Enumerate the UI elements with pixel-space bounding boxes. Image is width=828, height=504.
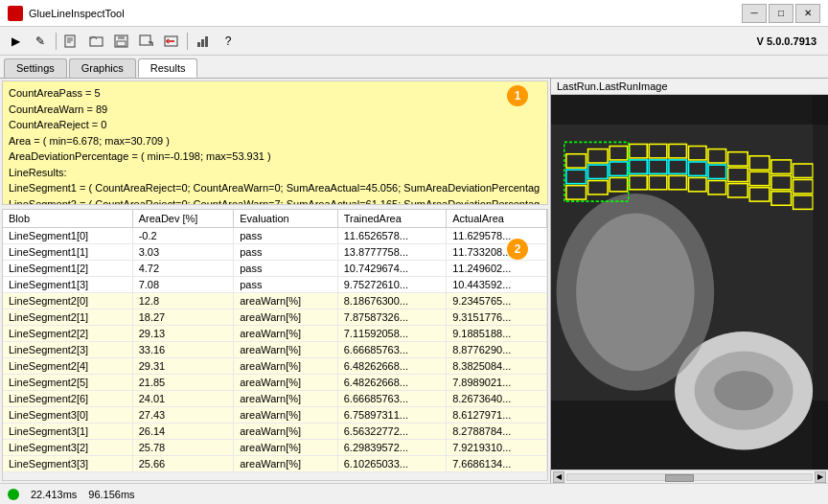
cell-areaDev: 27.43 (132, 407, 234, 424)
help-button[interactable]: ? (217, 31, 240, 52)
cell-blob: LineSegment2[6] (3, 391, 132, 407)
cell-blob: LineSegment3[3] (3, 456, 132, 472)
cell-evaluation: areaWarn[%] (234, 440, 337, 456)
cell-actualArea: 9.1885188... (447, 326, 547, 342)
title-bar: GlueLineInspectTool ─ □ ✕ (0, 0, 828, 27)
cell-evaluation: areaWarn[%] (234, 309, 337, 326)
image-scrollbar[interactable]: ◀ ▶ (551, 470, 828, 483)
cell-actualArea: 11.733208... (447, 244, 547, 261)
col-areaDev: AreaDev [%] (132, 210, 234, 228)
cell-areaDev: 25.66 (132, 456, 234, 472)
cell-trainedArea: 6.66685763... (337, 342, 446, 358)
tab-results[interactable]: Results (138, 58, 198, 78)
table-row[interactable]: LineSegment2[2] 29.13 areaWarn[%] 7.1159… (3, 326, 547, 342)
cell-trainedArea: 7.11592058... (337, 326, 446, 342)
scroll-left-arrow[interactable]: ◀ (553, 471, 564, 483)
app-title: GlueLineInspectTool (29, 8, 125, 19)
svg-point-22 (576, 213, 694, 371)
cell-trainedArea: 6.75897311... (337, 407, 446, 424)
status-bar: 22.413ms 96.156ms (0, 483, 828, 504)
cell-blob: LineSegment3[0] (3, 407, 132, 424)
chart-button[interactable] (192, 31, 215, 52)
svg-rect-60 (813, 95, 828, 470)
window-controls[interactable]: ─ □ ✕ (742, 4, 820, 23)
scroll-right-arrow[interactable]: ▶ (815, 471, 826, 483)
cell-areaDev: 24.01 (132, 391, 234, 407)
table-row[interactable]: LineSegment1[2] 4.72 pass 10.7429674... … (3, 261, 547, 277)
cell-actualArea: 8.2788784... (447, 424, 547, 440)
table-row[interactable]: LineSegment2[6] 24.01 areaWarn[%] 6.6668… (3, 391, 547, 407)
table-row[interactable]: LineSegment2[5] 21.85 areaWarn[%] 6.4826… (3, 375, 547, 391)
play-button[interactable]: ▶ (4, 31, 27, 52)
tab-bar: Settings Graphics Results (0, 56, 828, 79)
cell-evaluation: areaWarn[%] (234, 456, 337, 472)
cell-blob: LineSegment1[1] (3, 244, 132, 261)
cell-actualArea: 7.8989021... (447, 375, 547, 391)
cell-blob: LineSegment2[1] (3, 309, 132, 326)
svg-rect-14 (201, 39, 204, 47)
cell-blob: LineSegment2[4] (3, 358, 132, 375)
col-actualArea: ActualArea (447, 210, 547, 228)
table-row[interactable]: LineSegment1[3] 7.08 pass 9.75272610... … (3, 277, 547, 293)
cell-areaDev: 4.72 (132, 261, 234, 277)
toolbar: ▶ ✎ ? V 5.0.0.7913 (0, 27, 828, 56)
summary-area[interactable]: CountAreaPass = 5 CountAreaWarn = 89 Cou… (2, 80, 548, 205)
cell-areaDev: 18.27 (132, 309, 234, 326)
time1-label: 22.413ms (31, 489, 77, 500)
cell-blob: LineSegment1[0] (3, 228, 132, 244)
cell-actualArea: 7.6686134... (447, 456, 547, 472)
table-row[interactable]: LineSegment3[2] 25.78 areaWarn[%] 6.2983… (3, 440, 547, 456)
table-row[interactable]: LineSegment3[0] 27.43 areaWarn[%] 6.7589… (3, 407, 547, 424)
badge-2: 2 (507, 239, 528, 260)
table-row[interactable]: LineSegment2[3] 33.16 areaWarn[%] 6.6668… (3, 342, 547, 358)
cell-evaluation: areaWarn[%] (234, 407, 337, 424)
cell-areaDev: 3.03 (132, 244, 234, 261)
table-row[interactable]: LineSegment1[0] -0.2 pass 11.6526578... … (3, 228, 547, 244)
cell-evaluation: areaWarn[%] (234, 293, 337, 309)
version-label: V 5.0.0.7913 (757, 35, 824, 47)
close-button[interactable]: ✕ (795, 4, 820, 23)
load-button[interactable] (160, 31, 183, 52)
table-row[interactable]: LineSegment2[0] 12.8 areaWarn[%] 8.18676… (3, 293, 547, 309)
svg-rect-6 (118, 35, 125, 39)
edit-button[interactable]: ✎ (29, 31, 52, 52)
toolbar-separator-1 (56, 33, 57, 50)
cell-actualArea: 8.3825084... (447, 358, 547, 375)
cell-trainedArea: 11.6526578... (337, 228, 446, 244)
table-row[interactable]: LineSegment3[3] 25.66 areaWarn[%] 6.1026… (3, 456, 547, 472)
table-row[interactable]: LineSegment2[1] 18.27 areaWarn[%] 7.8758… (3, 309, 547, 326)
badge-1: 1 (507, 85, 528, 106)
save-button[interactable] (110, 31, 133, 52)
cell-actualArea: 7.9219310... (447, 440, 547, 456)
maximize-button[interactable]: □ (769, 4, 794, 23)
table-row[interactable]: LineSegment3[1] 26.14 areaWarn[%] 6.5632… (3, 424, 547, 440)
right-panel: LastRun.LastRunImage (551, 79, 828, 483)
cell-areaDev: 26.14 (132, 424, 234, 440)
svg-rect-13 (197, 42, 200, 47)
open-button[interactable] (85, 31, 108, 52)
cell-actualArea: 8.6127971... (447, 407, 547, 424)
results-table: Blob AreaDev [%] Evaluation TrainedArea … (3, 210, 547, 472)
minimize-button[interactable]: ─ (742, 4, 767, 23)
tab-graphics[interactable]: Graphics (69, 58, 136, 78)
main-layout: CountAreaPass = 5 CountAreaWarn = 89 Cou… (0, 79, 828, 483)
tab-settings[interactable]: Settings (4, 58, 67, 78)
cell-evaluation: areaWarn[%] (234, 391, 337, 407)
new-button[interactable] (60, 31, 83, 52)
svg-point-20 (714, 371, 773, 410)
save-as-button[interactable] (135, 31, 158, 52)
cell-evaluation: pass (234, 228, 337, 244)
scroll-thumb[interactable] (665, 474, 694, 482)
cell-actualArea: 9.3151776... (447, 309, 547, 326)
col-trainedArea: TrainedArea (337, 210, 446, 228)
scroll-track[interactable] (566, 473, 813, 481)
cell-areaDev: -0.2 (132, 228, 234, 244)
cell-trainedArea: 6.10265033... (337, 456, 446, 472)
table-row[interactable]: LineSegment2[4] 29.31 areaWarn[%] 6.4826… (3, 358, 547, 375)
cell-actualArea: 11.249602... (447, 261, 547, 277)
cell-blob: LineSegment2[3] (3, 342, 132, 358)
table-area[interactable]: 2 Blob AreaDev [%] Evaluation TrainedAre… (2, 209, 548, 481)
cell-trainedArea: 6.48262668... (337, 358, 446, 375)
table-row[interactable]: LineSegment1[1] 3.03 pass 13.8777758... … (3, 244, 547, 261)
table-header-row: Blob AreaDev [%] Evaluation TrainedArea … (3, 210, 547, 228)
